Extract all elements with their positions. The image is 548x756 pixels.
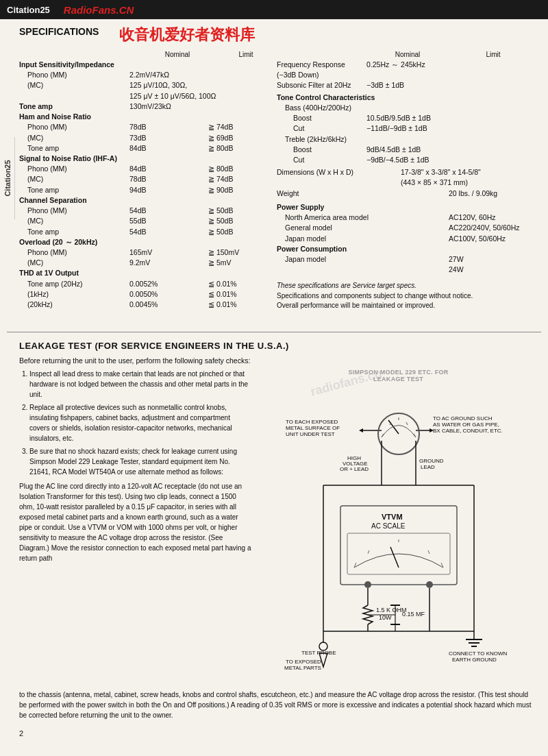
power-cons-title: Power Consumption xyxy=(277,244,534,254)
overload-section: Overload (20 ～ 20kHz) Phono (MM) 165mV ≧… xyxy=(19,237,277,269)
leakage-body: Inspect all lead dress to make certain t… xyxy=(19,369,534,674)
col-limit-left: Limit xyxy=(219,51,273,58)
ac-ground-label3: BX CABLE, CONDUIT, ETC. xyxy=(433,428,503,434)
col-nominal-left: Nominal xyxy=(136,51,219,58)
to-exposed-label1: TO EXPOSED xyxy=(286,659,321,665)
dimensions-mm-row: (443 × 85 × 371 mm) xyxy=(277,178,534,188)
thd-section: THD at 1V Output Tone amp (20Hz) 0.0052%… xyxy=(19,268,277,310)
bass-row: Bass (400Hz/200Hz) xyxy=(277,103,534,113)
col-headers-left: Nominal Limit xyxy=(19,51,277,58)
input-sens-label: Input Sensitivity/Impedance xyxy=(19,60,277,70)
snr-title: Signal to Noise Ratio (IHF-A) xyxy=(19,154,277,164)
ps-na-row: North America area model AC120V, 60Hz xyxy=(277,212,534,223)
s4 xyxy=(428,550,429,554)
s2 xyxy=(368,550,369,554)
ac-scale-label: AC SCALE xyxy=(371,522,406,530)
specs-grid: Nominal Limit Input Sensitivity/Impedanc… xyxy=(19,51,534,310)
connect-to-label1: CONNECT TO KNOWN xyxy=(449,650,508,657)
phono-mc-row: (MC) 125 μV/10Ω, 30Ω, xyxy=(19,80,277,90)
ham-noise-section: Ham and Noise Ratio Phono (MM) 78dB ≧ 74… xyxy=(19,112,277,154)
tone-amp1-section: Tone amp 130mV/23kΩ xyxy=(19,101,277,112)
col-nominal-right: Nominal xyxy=(363,51,452,58)
high-voltage-label3: OR + LEAD xyxy=(340,466,369,472)
leakage-title: LEAKAGE TEST (FOR SERVICE ENGINEERS IN T… xyxy=(19,341,534,351)
box-term-right xyxy=(426,581,433,588)
to-exposed-label2: METAL PARTS xyxy=(284,665,321,671)
snr-section: Signal to Noise Ratio (IHF-A) Phono (MM)… xyxy=(19,154,277,195)
side-label-text: Citation25 xyxy=(3,160,12,196)
dimensions-row: Dimensions (W x H x D) 17-3/8" x 3-3/8" … xyxy=(277,167,534,178)
to-metal-label2: METAL SURFACE OF xyxy=(286,425,340,431)
test-probe-label: TEST PROBE xyxy=(301,650,336,656)
ham-noise-title: Ham and Noise Ratio xyxy=(19,112,277,122)
side-label: Citation25 xyxy=(0,137,15,219)
ac-ground-label2: AS WATER OR GAS PIPE, xyxy=(433,422,499,428)
overload-title: Overload (20 ～ 20kHz) xyxy=(19,237,277,247)
ground-label2: LEAD xyxy=(421,464,435,470)
leakage-text: Inspect all lead dress to make certain t… xyxy=(19,369,252,674)
tone-amp1-title: Tone amp 130mV/23kΩ xyxy=(19,101,277,112)
arrow-head xyxy=(359,428,363,432)
treble-row: Treble (2kHz/6kHz) xyxy=(277,134,534,145)
specs-title: SPECIFICATIONS xyxy=(19,25,99,37)
input-sensitivity-title: Input Sensitivity/Impedance xyxy=(19,60,277,70)
leakage-step-1: Inspect all lead dress to make certain t… xyxy=(29,369,252,400)
page-number: 2 xyxy=(0,726,548,741)
vtvm-label: VTVM xyxy=(382,513,403,521)
channel-sep-title: Channel Separation xyxy=(19,195,277,206)
ps-japan-row: Japan model AC100V, 50/60Hz xyxy=(277,234,534,244)
leakage-paragraph1: Plug the AC line cord directly into a 12… xyxy=(19,481,252,563)
cap-label: 0.15 MF xyxy=(402,611,425,618)
thd-title: THD at 1V Output xyxy=(19,268,277,278)
leakage-intro: Before returning the unit to the user, p… xyxy=(19,356,534,365)
page: Citation25 RadioFans.CN Citation25 SPECI… xyxy=(0,0,548,756)
leakage-step-2: Replace all protective devices such as n… xyxy=(29,402,252,443)
channel-sep-section: Channel Separation Phono (MM) 54dB ≧ 50d… xyxy=(19,195,277,237)
to-metal-label3: UNIT UNDER TEST xyxy=(286,431,335,437)
tick4 xyxy=(406,422,408,425)
tick5 xyxy=(414,434,416,437)
meter-needle xyxy=(388,420,399,434)
chinese-title: 收音机爱好者资料库 xyxy=(119,25,255,45)
treble-boost-row: Boost 9dB/4.5dB ± 1dB xyxy=(277,145,534,155)
specs-right: Nominal Limit Frequency Response (−3dB D… xyxy=(277,51,534,310)
diagram-top-label: SIMPSON MODEL 229 ETC. FORLEAKAGE TEST xyxy=(348,369,448,382)
meter-arc xyxy=(382,426,416,438)
phono-mc-row2: 125 μV ± 10 μV/56Ω, 100Ω xyxy=(19,91,277,101)
col-headers-right: Nominal Limit xyxy=(277,51,534,58)
circuit-diagram: TO EACH EXPOSED METAL SURFACE OF UNIT UN… xyxy=(282,386,515,674)
ground-label1: GROUND xyxy=(419,458,444,464)
input-sensitivity-section: Input Sensitivity/Impedance Phono (MM) 2… xyxy=(19,60,277,101)
brand-label: Citation25 xyxy=(7,5,50,15)
leakage-steps: Inspect all lead dress to make certain t… xyxy=(19,369,252,477)
power-supply-title: Power Supply xyxy=(277,202,534,212)
specs-left: Nominal Limit Input Sensitivity/Impedanc… xyxy=(19,51,277,310)
pc-japan-row: Japan model 27W xyxy=(277,254,534,265)
inner-needle xyxy=(390,547,399,568)
connect-to-label2: EARTH GROUND xyxy=(452,657,497,663)
pc-japan-row2: 24W xyxy=(277,265,534,275)
title-row: SPECIFICATIONS 收音机爱好者资料库 xyxy=(19,25,534,45)
subsonic-row: Subsonic Filter at 20Hz −3dB ± 1dB xyxy=(277,80,534,90)
bass-boost-row: Boost 10.5dB/9.5dB ± 1dB xyxy=(277,113,534,123)
col-limit-right: Limit xyxy=(452,51,534,58)
inner-meter-arc xyxy=(354,554,443,568)
header-bar: Citation25 RadioFans.CN xyxy=(0,0,548,19)
treble-cut-row: Cut −9dB/−4.5dB ± 1dB xyxy=(277,155,534,165)
target-note: These specifications are Service target … xyxy=(277,282,534,309)
phono-mm-row: Phono (MM) 2.2mV/47kΩ xyxy=(19,70,277,80)
box-term-left xyxy=(364,581,371,588)
ps-general-row: General model AC220/240V, 50/60Hz xyxy=(277,223,534,233)
bass-cut-row: Cut −11dB/−9dB ± 1dB xyxy=(277,123,534,134)
main-content: SPECIFICATIONS 收音机爱好者资料库 Nominal Limit I… xyxy=(0,19,548,324)
weight-row: Weight 20 lbs. / 9.09kg xyxy=(277,188,534,199)
leakage-section: LEAKAGE TEST (FOR SERVICE ENGINEERS IN T… xyxy=(0,341,548,684)
freq-response-row: Frequency Response (−3dB Down) 0.25Hz ～ … xyxy=(277,60,534,80)
leakage-para2: to the chassis (antenna, metal, cabinet,… xyxy=(19,690,534,720)
section-divider xyxy=(7,332,541,332)
to-metal-label: TO EACH EXPOSED xyxy=(286,419,338,425)
ac-ground-label1: TO AC GROUND SUCH xyxy=(433,415,493,422)
leakage-diagram: radiofans.cn SIMPSON MODEL 229 ETC. FORL… xyxy=(262,369,534,674)
tick1 xyxy=(382,434,384,437)
leakage-step-3: Be sure that no shock hazard exists; che… xyxy=(29,446,252,477)
